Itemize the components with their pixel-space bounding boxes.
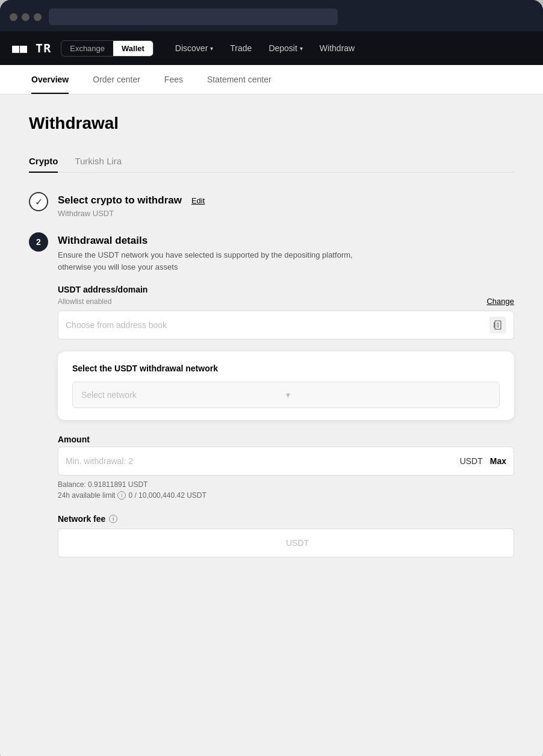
- amount-input[interactable]: [66, 456, 460, 466]
- traffic-lights: [10, 13, 42, 21]
- network-fee-info-icon: i: [109, 515, 117, 523]
- main-content: Withdrawal Crypto Turkish Lira ✓ Select …: [0, 94, 543, 756]
- address-input-wrapper: [58, 311, 514, 339]
- step-1-subtitle: Withdraw USDT: [58, 209, 514, 218]
- step-1-title: Select crypto to withdraw: [58, 194, 182, 206]
- step-2-title-row: Withdrawal details: [58, 235, 514, 247]
- network-fee-label: Network fee i: [58, 514, 514, 524]
- traffic-light-close: [10, 13, 17, 21]
- nav-toggle: Exchange Wallet: [61, 40, 154, 57]
- network-fee-section: Network fee i USDT: [58, 514, 514, 557]
- network-card-title: Select the USDT withdrawal network: [72, 364, 500, 373]
- address-field-group: USDT address/domain Allowlist enabled Ch…: [58, 285, 514, 339]
- withdraw-nav-link[interactable]: Withdraw: [312, 39, 362, 58]
- address-input[interactable]: [66, 320, 489, 330]
- svg-rect-3: [494, 326, 495, 327]
- traffic-light-maximize: [34, 13, 42, 21]
- step-1-content: Select crypto to withdraw Edit Withdraw …: [58, 192, 514, 228]
- sub-nav: Overview Order center Fees Statement cen…: [0, 65, 543, 94]
- step-1: ✓ Select crypto to withdraw Edit Withdra…: [29, 192, 514, 228]
- step-2-description: Ensure the USDT network you have selecte…: [58, 249, 371, 273]
- top-nav: ■■ TR Exchange Wallet Discover ▾ Trade D…: [0, 31, 543, 65]
- address-field-sublabel: Allowlist enabled Change: [58, 297, 514, 306]
- step-1-icon: ✓: [29, 192, 48, 211]
- browser-chrome: [0, 0, 543, 31]
- amount-field-label: Amount: [58, 435, 514, 444]
- page-title: Withdrawal: [29, 114, 514, 133]
- overview-sub-nav[interactable]: Overview: [19, 65, 81, 94]
- statement-center-sub-nav[interactable]: Statement center: [195, 65, 284, 94]
- network-selection-card: Select the USDT withdrawal network Selec…: [58, 352, 514, 420]
- logo: ■■ TR: [12, 41, 51, 55]
- step-2: 2 Withdrawal details Ensure the USDT net…: [29, 232, 514, 557]
- order-center-sub-nav[interactable]: Order center: [81, 65, 152, 94]
- amount-input-wrapper: USDT Max: [58, 447, 514, 476]
- address-book-icon[interactable]: [489, 317, 506, 333]
- traffic-light-minimize: [22, 13, 29, 21]
- withdrawal-tabs: Crypto Turkish Lira: [29, 150, 514, 173]
- limit-info: 24h available limit i 0 / 10,000,440.42 …: [58, 491, 514, 500]
- trade-nav-link[interactable]: Trade: [223, 39, 259, 58]
- step-1-edit-link[interactable]: Edit: [191, 196, 205, 205]
- discover-chevron-icon: ▾: [210, 45, 213, 52]
- step-2-title: Withdrawal details: [58, 235, 147, 247]
- fee-currency: USDT: [286, 538, 506, 548]
- wallet-toggle-btn[interactable]: Wallet: [113, 41, 153, 56]
- discover-nav-link[interactable]: Discover ▾: [168, 39, 220, 58]
- fee-input-wrapper: USDT: [58, 528, 514, 557]
- browser-window: ■■ TR Exchange Wallet Discover ▾ Trade D…: [0, 0, 543, 756]
- exchange-toggle-btn[interactable]: Exchange: [61, 41, 113, 56]
- fees-sub-nav[interactable]: Fees: [152, 65, 195, 94]
- svg-rect-2: [494, 324, 495, 326]
- logo-text: ■■ TR: [12, 41, 51, 55]
- step-2-icon: 2: [29, 232, 48, 252]
- change-link[interactable]: Change: [486, 297, 514, 306]
- address-bar[interactable]: [49, 8, 338, 25]
- network-chevron-icon: ▾: [286, 390, 491, 400]
- amount-currency: USDT: [460, 456, 483, 466]
- svg-rect-1: [494, 323, 495, 324]
- balance-info: Balance: 0.91811891 USDT: [58, 480, 514, 489]
- deposit-nav-link[interactable]: Deposit ▾: [261, 39, 309, 58]
- nav-links: Discover ▾ Trade Deposit ▾ Withdraw: [168, 39, 531, 58]
- max-button[interactable]: Max: [490, 456, 506, 466]
- amount-field-group: Amount USDT Max Balance: 0.91811891 USDT…: [58, 435, 514, 500]
- turkish-lira-tab[interactable]: Turkish Lira: [75, 150, 122, 172]
- network-select[interactable]: Select network ▾: [72, 382, 500, 408]
- step-2-content: Withdrawal details Ensure the USDT netwo…: [58, 232, 514, 557]
- limit-info-icon: i: [117, 491, 126, 500]
- deposit-chevron-icon: ▾: [300, 45, 303, 52]
- step-1-title-row: Select crypto to withdraw Edit: [58, 194, 514, 206]
- crypto-tab[interactable]: Crypto: [29, 150, 58, 172]
- steps-container: ✓ Select crypto to withdraw Edit Withdra…: [29, 192, 514, 557]
- address-field-label: USDT address/domain: [58, 285, 514, 294]
